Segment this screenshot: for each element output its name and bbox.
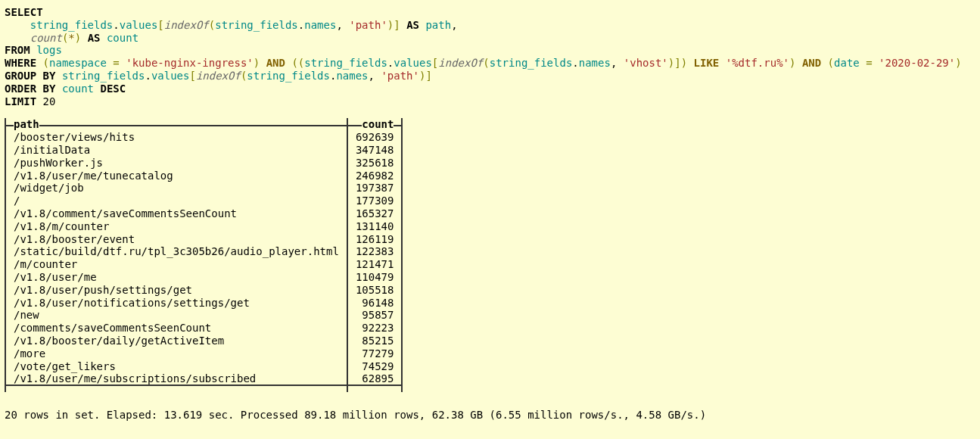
cell-count: 95857 xyxy=(347,309,403,322)
cell-count: 347148 xyxy=(347,144,403,157)
sql-query: SELECT string_fields.values[indexOf(stri… xyxy=(5,6,975,107)
table-row: /vote/get_likers74529 xyxy=(5,360,402,373)
cell-path: /vote/get_likers xyxy=(5,360,347,373)
cell-path: /m/counter xyxy=(5,258,347,271)
table-row: /177309 xyxy=(5,195,402,207)
cell-count: 177309 xyxy=(347,195,403,207)
cell-path: /static/build/dtf.ru/tpl_3c305b26/audio_… xyxy=(5,245,347,258)
table-row: /v1.8/user/notifications/settings/get961… xyxy=(5,297,402,310)
table-row: /pushWorker.js325618 xyxy=(5,157,402,170)
cell-path: /v1.8/user/me/tunecatalog xyxy=(5,170,347,182)
table-row: /v1.8/comment/saveCommentsSeenCount16532… xyxy=(5,207,402,220)
cell-path: /more xyxy=(5,347,347,360)
cell-count: 85215 xyxy=(347,335,403,347)
cell-count: 692639 xyxy=(347,131,403,144)
cell-path: /initialData xyxy=(5,144,347,157)
cell-path: /v1.8/user/me xyxy=(5,271,347,284)
cell-count: 121471 xyxy=(347,258,403,271)
table-row: /booster/views/hits692639 xyxy=(5,131,402,144)
cell-count: 62895 xyxy=(347,372,403,385)
cell-path: /v1.8/user/me/subscriptions/subscribed xyxy=(5,372,347,385)
table-row: /v1.8/user/push/settings/get105518 xyxy=(5,284,402,297)
cell-path: /booster/views/hits xyxy=(5,131,347,144)
cell-count: 122383 xyxy=(347,245,403,258)
table-row: /comments/saveCommentsSeenCount92223 xyxy=(5,322,402,335)
cell-count: 325618 xyxy=(347,157,403,170)
cell-count: 126119 xyxy=(347,233,403,246)
table-row: /static/build/dtf.ru/tpl_3c305b26/audio_… xyxy=(5,245,402,258)
cell-count: 92223 xyxy=(347,322,403,335)
cell-path: /v1.8/booster/event xyxy=(5,233,347,246)
table-row: /widget/job197387 xyxy=(5,182,402,195)
table-row: /m/counter121471 xyxy=(5,258,402,271)
cell-path: /new xyxy=(5,309,347,322)
query-stats: 20 rows in set. Elapsed: 13.619 sec. Pro… xyxy=(5,409,975,422)
table-row: /new95857 xyxy=(5,309,402,322)
cell-path: /v1.8/comment/saveCommentsSeenCount xyxy=(5,207,347,220)
cell-count: 246982 xyxy=(347,170,403,182)
cell-count: 77279 xyxy=(347,347,403,360)
table-row: /v1.8/booster/daily/getActiveItem85215 xyxy=(5,335,402,347)
table-row: /v1.8/booster/event126119 xyxy=(5,233,402,246)
table-row: /v1.8/user/me110479 xyxy=(5,271,402,284)
cell-count: 110479 xyxy=(347,271,403,284)
cell-path: /comments/saveCommentsSeenCount xyxy=(5,322,347,335)
col-path-header: path xyxy=(5,118,347,131)
cell-path: /v1.8/user/push/settings/get xyxy=(5,284,347,297)
cell-count: 197387 xyxy=(347,182,403,195)
cell-path: / xyxy=(5,195,347,207)
table-row: /more77279 xyxy=(5,347,402,360)
cell-count: 105518 xyxy=(347,284,403,297)
results-table: path count /booster/views/hits692639/ini… xyxy=(5,118,403,392)
cell-path: /v1.8/m/counter xyxy=(5,220,347,233)
col-count-header: count xyxy=(347,118,403,131)
cell-count: 165327 xyxy=(347,207,403,220)
cell-path: /v1.8/booster/daily/getActiveItem xyxy=(5,335,347,347)
cell-count: 74529 xyxy=(347,360,403,373)
cell-path: /pushWorker.js xyxy=(5,157,347,170)
results-table-wrap: path count /booster/views/hits692639/ini… xyxy=(5,118,403,392)
table-row: /v1.8/m/counter131140 xyxy=(5,220,402,233)
cell-path: /widget/job xyxy=(5,182,347,195)
table-row: /v1.8/user/me/tunecatalog246982 xyxy=(5,170,402,182)
cell-count: 131140 xyxy=(347,220,403,233)
table-row: /initialData347148 xyxy=(5,144,402,157)
cell-path: /v1.8/user/notifications/settings/get xyxy=(5,297,347,310)
table-row: /v1.8/user/me/subscriptions/subscribed62… xyxy=(5,372,402,385)
cell-count: 96148 xyxy=(347,297,403,310)
